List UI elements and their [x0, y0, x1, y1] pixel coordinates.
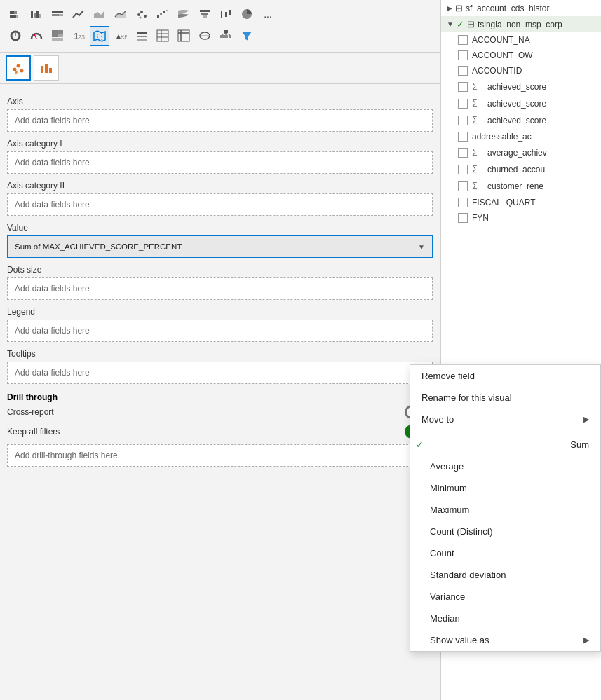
tooltips-drop-zone[interactable]: Add data fields here: [7, 362, 433, 384]
checkbox-account-ow[interactable]: [458, 50, 468, 60]
menu-count-distinct[interactable]: Count (Distinct): [410, 521, 600, 542]
menu-std-dev[interactable]: Standard deviation: [410, 564, 600, 586]
checkbox-churned[interactable]: [458, 165, 468, 174]
cross-report-label: Cross-report: [7, 407, 54, 417]
pie-btn[interactable]: [237, 4, 257, 24]
checkbox-customer[interactable]: [458, 181, 468, 191]
left-panel: ... 123 ▲KPI: [0, 0, 440, 700]
field-churned[interactable]: ∑ churned_accou: [441, 161, 601, 178]
table-tsingla[interactable]: ▼ ✓ ⊞ tsingla_non_msp_corp: [441, 16, 601, 32]
menu-minimum[interactable]: Minimum: [410, 477, 600, 499]
menu-count[interactable]: Count: [410, 542, 600, 564]
toolbar-row-2: 123 ▲KPI: [6, 26, 434, 46]
field-average[interactable]: ∑ average_achiev: [441, 144, 601, 161]
table-btn[interactable]: [153, 26, 173, 46]
line-chart-btn[interactable]: [69, 4, 88, 24]
checkbox-achieved-2[interactable]: [458, 99, 468, 109]
field-label: ACCOUNT_NA: [472, 35, 530, 45]
dots-size-drop-zone[interactable]: Add data fields here: [7, 277, 433, 300]
checkbox-addressable[interactable]: [458, 132, 468, 142]
table-icon: ⊞: [455, 3, 463, 13]
svg-line-28: [34, 34, 36, 39]
field-label-2: ACCOUNT_OW: [472, 50, 533, 60]
card-btn[interactable]: 123: [69, 26, 88, 46]
field-achieved-3[interactable]: ∑ achieved_score: [441, 112, 601, 129]
field-label-5: achieved_score: [487, 99, 546, 109]
field-fyn[interactable]: FYN: [441, 210, 601, 226]
svg-rect-31: [58, 34, 63, 37]
svg-rect-3: [16, 15, 18, 18]
scatter-chart-btn[interactable]: [132, 4, 151, 24]
menu-move-to[interactable]: Move to ▶: [410, 409, 600, 430]
field-label-3: ACCOUNTID: [472, 66, 522, 76]
decomp-tree-btn[interactable]: [216, 26, 236, 46]
clustered-bar-btn[interactable]: [27, 4, 46, 24]
check-icon: ✓: [457, 19, 464, 29]
field-achieved-1[interactable]: ∑ achieved_score: [441, 78, 601, 95]
menu-average[interactable]: Average: [410, 455, 600, 477]
value-chevron-icon: ▼: [418, 243, 425, 251]
field-account-na[interactable]: ACCOUNT_NA: [441, 32, 601, 48]
field-customer[interactable]: ∑ customer_rene: [441, 178, 601, 195]
legend-drop-zone[interactable]: Add data fields here: [7, 320, 433, 342]
axis-cat2-drop-zone[interactable]: Add data fields here: [7, 193, 433, 216]
funnel-btn[interactable]: [195, 4, 215, 24]
table-sf-account-cds[interactable]: ▶ ⊞ sf_account_cds_histor: [441, 0, 601, 16]
svg-rect-30: [58, 30, 63, 34]
checkbox-achieved-3[interactable]: [458, 116, 468, 125]
ribbon-btn[interactable]: [174, 4, 194, 24]
svg-text:23: 23: [78, 34, 85, 41]
checkbox-account-na[interactable]: [458, 35, 468, 45]
field-account-ow[interactable]: ACCOUNT_OW: [441, 48, 601, 63]
checkbox-fyn[interactable]: [458, 213, 468, 223]
axis-cat1-drop-zone[interactable]: Add data fields here: [7, 151, 433, 174]
svg-rect-23: [203, 15, 207, 18]
scatter-visual-icon[interactable]: [6, 55, 31, 81]
matrix-btn[interactable]: [174, 26, 194, 46]
menu-maximum[interactable]: Maximum: [410, 499, 600, 521]
waterfall-btn[interactable]: [153, 4, 173, 24]
field-label-8: average_achiev: [487, 148, 547, 158]
svg-point-15: [144, 15, 147, 18]
kpi-btn[interactable]: ▲KPI: [111, 26, 130, 46]
value-drop-zone[interactable]: Sum of MAX_ACHIEVED_SCORE_PERCENT ▼: [7, 235, 433, 258]
donut-btn[interactable]: [6, 26, 25, 46]
menu-show-value-as[interactable]: Show value as ▶: [410, 629, 600, 651]
svg-rect-55: [229, 35, 231, 38]
checkbox-average[interactable]: [458, 148, 468, 158]
checkbox-achieved-1[interactable]: [458, 82, 468, 92]
checkbox-accountid[interactable]: [458, 66, 468, 76]
filter-btn[interactable]: [237, 26, 257, 46]
area-chart-btn[interactable]: [90, 4, 109, 24]
menu-rename[interactable]: Rename for this visual: [410, 387, 600, 409]
checkbox-fiscal[interactable]: [458, 198, 468, 207]
stock-btn[interactable]: [216, 4, 236, 24]
more-btn[interactable]: ...: [258, 4, 278, 24]
field-accountid[interactable]: ACCOUNTID: [441, 63, 601, 78]
menu-variance[interactable]: Variance: [410, 586, 600, 608]
field-addressable[interactable]: addressable_ac: [441, 129, 601, 144]
menu-remove-field[interactable]: Remove field: [410, 365, 600, 387]
table-name-2: tsingla_non_msp_corp: [478, 20, 562, 29]
treemap-btn[interactable]: [48, 26, 67, 46]
gauge-btn[interactable]: [27, 26, 46, 46]
legend-label: Legend: [7, 307, 433, 317]
drill-drop-zone[interactable]: Add drill-through fields here: [7, 444, 433, 467]
svg-rect-1: [14, 11, 17, 14]
field-fiscal[interactable]: FISCAL_QUART: [441, 195, 601, 210]
bar-visual-icon[interactable]: [34, 55, 59, 81]
slicer-btn[interactable]: [132, 26, 151, 46]
shape-map-btn[interactable]: [195, 26, 215, 46]
keep-filters-row: Keep all filters On: [7, 425, 433, 439]
100pct-bar-btn[interactable]: [48, 4, 67, 24]
menu-median[interactable]: Median: [410, 608, 600, 629]
show-value-arrow-icon: ▶: [583, 636, 589, 645]
svg-rect-10: [59, 14, 63, 16]
menu-sum[interactable]: ✓ Sum: [410, 434, 600, 455]
field-achieved-2[interactable]: ∑ achieved_score: [441, 95, 601, 112]
svg-marker-35: [94, 31, 105, 41]
axis-drop-zone[interactable]: Add data fields here: [7, 109, 433, 132]
line-area-btn[interactable]: [111, 4, 130, 24]
bar-chart-btn[interactable]: [6, 4, 25, 24]
map-btn[interactable]: [90, 26, 109, 46]
